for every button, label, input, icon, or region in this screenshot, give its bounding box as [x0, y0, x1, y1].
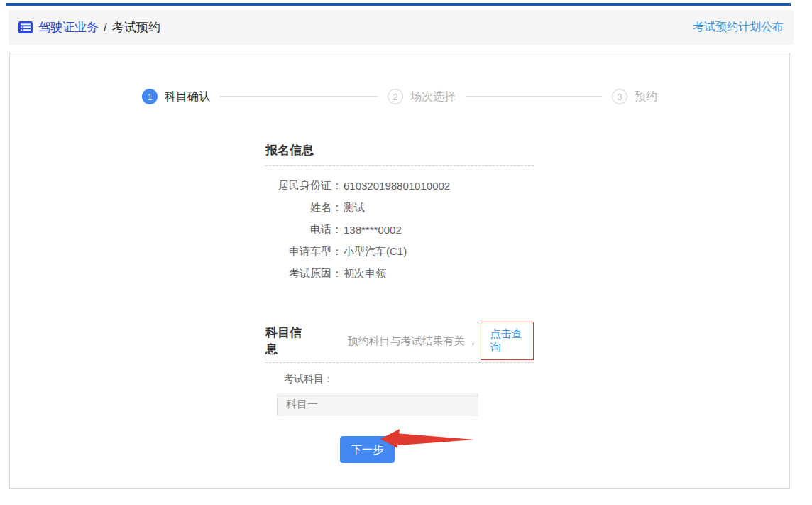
- info-value: 610320198801010002: [344, 180, 450, 192]
- info-label: 居民身份证：: [265, 179, 342, 192]
- exam-plan-link[interactable]: 考试预约计划公布: [693, 20, 784, 35]
- info-row: 申请车型： 小型汽车(C1): [265, 241, 534, 263]
- info-value: 测试: [344, 201, 365, 215]
- info-row: 考试原因： 初次申领: [265, 263, 534, 285]
- registration-rows: 居民身份证： 610320198801010002 姓名： 测试 电话： 138…: [265, 175, 534, 285]
- section-title-subject: 科目信息: [265, 325, 304, 357]
- step-circle: 3: [612, 89, 627, 104]
- step-connector: [220, 96, 378, 97]
- main-card: 1 科目确认 2 场次选择 3 预约 报名信息 居民身份证： 610320198…: [9, 53, 790, 489]
- divider: [265, 165, 534, 166]
- info-row: 居民身份证： 610320198801010002: [265, 175, 534, 197]
- info-label: 申请车型：: [265, 245, 342, 259]
- page-header: 驾驶证业务 / 考试预约 考试预约计划公布: [9, 10, 794, 45]
- step-label: 科目确认: [165, 89, 210, 104]
- step-label: 预约: [635, 89, 657, 104]
- info-value: 初次申领: [344, 267, 386, 281]
- info-label: 电话：: [265, 223, 342, 237]
- form-content: 报名信息 居民身份证： 610320198801010002 姓名： 测试 电话…: [265, 142, 534, 463]
- step-connector: [466, 96, 602, 97]
- subject-section: 科目信息 预约科目与考试结果有关 ， 点击查询 考试科目： 下一步: [265, 322, 534, 463]
- info-label: 考试原因：: [265, 267, 342, 281]
- breadcrumb-separator: /: [104, 21, 107, 35]
- annotation-highlight-box: 点击查询: [481, 322, 534, 360]
- subject-hint: 预约科目与考试结果有关 ，: [348, 335, 478, 348]
- stepper: 1 科目确认 2 场次选择 3 预约: [10, 89, 789, 104]
- list-icon: [18, 21, 33, 33]
- info-value: 138****0002: [344, 224, 402, 236]
- step-circle: 1: [142, 89, 158, 104]
- divider: [265, 362, 534, 363]
- step-subject-confirm: 1 科目确认: [142, 89, 210, 104]
- section-title-registration: 报名信息: [265, 142, 534, 158]
- info-row: 电话： 138****0002: [265, 219, 534, 241]
- info-label: 姓名：: [265, 201, 342, 215]
- step-reserve: 3 预约: [612, 89, 657, 104]
- query-link[interactable]: 点击查询: [490, 327, 522, 353]
- info-row: 姓名： 测试: [265, 197, 534, 219]
- top-accent-bar: [6, 3, 791, 6]
- exam-subject-input[interactable]: [277, 393, 478, 416]
- info-value: 小型汽车(C1): [344, 245, 407, 259]
- step-label: 场次选择: [410, 89, 456, 104]
- registration-section: 报名信息 居民身份证： 610320198801010002 姓名： 测试 电话…: [265, 142, 534, 285]
- exam-subject-label: 考试科目：: [284, 373, 534, 386]
- next-step-button[interactable]: 下一步: [340, 436, 395, 463]
- breadcrumb-link-driver-license[interactable]: 驾驶证业务: [38, 19, 99, 36]
- step-session-select: 2 场次选择: [388, 89, 456, 104]
- subject-section-head: 科目信息 预约科目与考试结果有关 ， 点击查询: [265, 322, 534, 360]
- step-circle: 2: [388, 89, 403, 104]
- breadcrumb-current: 考试预约: [112, 19, 160, 36]
